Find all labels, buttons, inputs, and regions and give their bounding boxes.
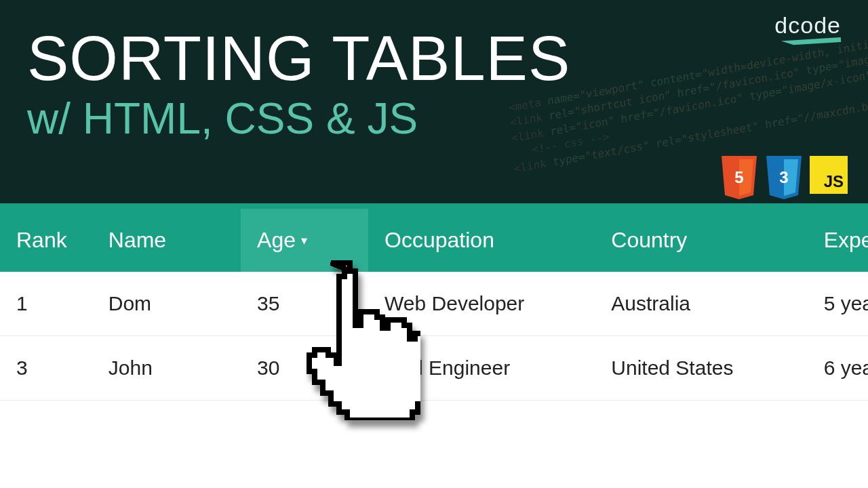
- tech-badges: 5 3 JS: [720, 156, 848, 199]
- banner: <meta name="viewport" content="width=dev…: [0, 0, 868, 203]
- css3-badge: 3: [765, 156, 803, 199]
- header-rank-label: Rank: [16, 228, 67, 252]
- cell-experience: 5 years: [808, 272, 868, 336]
- brand-name: dcode: [774, 12, 841, 39]
- data-table: Rank Name Age▾ Occupation Country Experi…: [0, 209, 868, 401]
- cell-name: John: [92, 336, 241, 401]
- js-badge-label: JS: [824, 172, 844, 191]
- table-row[interactable]: 3 John 30 Civil Engineer United States 6…: [0, 336, 868, 401]
- css3-badge-label: 3: [779, 168, 788, 187]
- table-header-row: Rank Name Age▾ Occupation Country Experi…: [0, 209, 868, 272]
- brand-logo: dcode: [774, 12, 841, 42]
- cell-country: United States: [595, 336, 807, 401]
- cell-age: 35: [241, 272, 368, 336]
- table-row[interactable]: 1 Dom 35 Web Developer Australia 5 years: [0, 272, 868, 336]
- table-wrap: Rank Name Age▾ Occupation Country Experi…: [0, 209, 868, 401]
- cell-occupation: Web Developer: [368, 272, 595, 336]
- header-country[interactable]: Country: [595, 209, 807, 272]
- cell-rank: 3: [0, 336, 92, 401]
- header-age[interactable]: Age▾: [241, 209, 368, 272]
- cell-country: Australia: [595, 272, 807, 336]
- header-experience[interactable]: Experience: [808, 209, 868, 272]
- html5-badge-label: 5: [734, 168, 743, 187]
- header-rank[interactable]: Rank: [0, 209, 92, 272]
- html5-badge: 5: [720, 156, 758, 199]
- header-occupation-label: Occupation: [384, 228, 494, 252]
- js-badge: JS: [810, 156, 848, 194]
- header-name-label: Name: [108, 228, 166, 252]
- cell-rank: 1: [0, 272, 92, 336]
- header-experience-label: Experience: [824, 228, 868, 252]
- header-occupation[interactable]: Occupation: [368, 209, 595, 272]
- title-sub: w/ HTML, CSS & JS: [27, 94, 841, 144]
- banner-divider: [0, 203, 868, 209]
- cell-occupation: Civil Engineer: [368, 336, 595, 401]
- header-name[interactable]: Name: [92, 209, 241, 272]
- sort-desc-icon: ▾: [301, 233, 307, 248]
- header-age-label: Age: [257, 228, 296, 252]
- cell-name: Dom: [92, 272, 241, 336]
- cell-experience: 6 years: [808, 336, 868, 401]
- title-main: SORTING TABLES: [27, 27, 841, 89]
- header-country-label: Country: [611, 228, 687, 252]
- cell-age: 30: [241, 336, 368, 401]
